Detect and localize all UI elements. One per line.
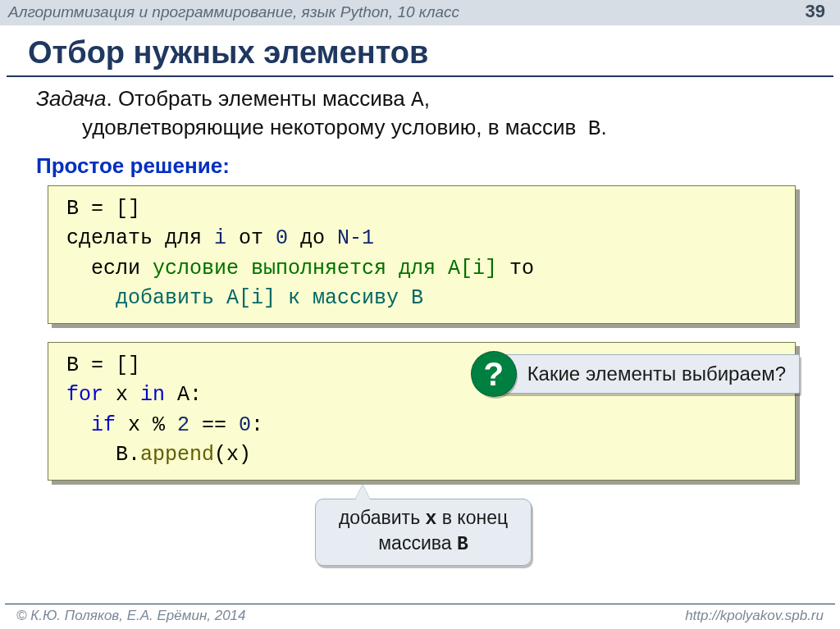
- top-bar: Алгоритмизация и программирование, язык …: [0, 0, 840, 25]
- pseudo-l2b: i: [214, 226, 226, 250]
- footer-copyright: © К.Ю. Поляков, Е.А. Ерёмин, 2014: [16, 608, 246, 624]
- callout-2a: массива: [378, 532, 457, 554]
- code-l1: B = []: [66, 353, 140, 377]
- pseudo-l2c: от: [226, 226, 276, 250]
- callout-wrap: добавить x в конец массива B: [36, 499, 810, 566]
- code-l4c: (x): [214, 443, 251, 467]
- callout-tail-icon: [355, 485, 370, 499]
- pseudo-l3b: условие выполняется для A[i]: [153, 257, 497, 280]
- problem-text-1: . Отобрать элементы массива: [106, 86, 411, 111]
- code-l3d: ==: [189, 413, 239, 437]
- code-l2d: A:: [165, 383, 202, 407]
- problem-statement: Задача. Отобрать элементы массива A, удо…: [36, 85, 810, 142]
- subheading: Простое решение:: [36, 153, 810, 179]
- page-number: 39: [806, 1, 825, 22]
- code-l3c: 2: [177, 413, 189, 437]
- pseudo-l3c: то: [497, 257, 534, 280]
- code-l4b: append: [140, 443, 214, 467]
- footer: © К.Ю. Поляков, Е.А. Ерёмин, 2014 http:/…: [5, 604, 835, 629]
- pseudocode-box: B = [] сделать для i от 0 до N-1 если ус…: [48, 185, 796, 324]
- code-l2b: x: [103, 383, 140, 407]
- pseudo-l1: B = []: [66, 197, 140, 221]
- slide-body: Задача. Отобрать элементы массива A, удо…: [0, 85, 840, 566]
- code-l3a: if: [91, 413, 116, 437]
- callout: добавить x в конец массива B: [315, 499, 532, 566]
- problem-line2b: .: [600, 115, 606, 139]
- code-l2c: in: [140, 383, 165, 407]
- callout-1a: добавить: [339, 507, 426, 528]
- code-l3f: :: [251, 413, 263, 437]
- code-l4a: B.: [116, 443, 140, 467]
- problem-text-2: ,: [424, 86, 430, 111]
- pseudo-l2d: 0: [276, 226, 288, 250]
- problem-line2a: удовлетворяющие некоторому условию, в ма…: [82, 115, 582, 139]
- pseudo-l3a: если: [91, 257, 153, 280]
- callout-1b: x: [426, 508, 437, 530]
- code-l3b: x %: [116, 413, 177, 437]
- array-a: A: [411, 88, 424, 112]
- pseudo-l4: добавить A[i] к массиву B: [66, 284, 780, 313]
- question-text: Какие элементы выбираем?: [527, 360, 786, 389]
- course-label: Алгоритмизация и программирование, язык …: [8, 3, 459, 21]
- problem-lead: Задача: [36, 86, 106, 111]
- slide-title: Отбор нужных элементов: [0, 25, 840, 75]
- array-b: B: [588, 116, 601, 141]
- pseudo-l2f: N-1: [337, 226, 374, 250]
- slide: Алгоритмизация и программирование, язык …: [0, 0, 840, 629]
- python-code-box: B = [] for x in A: if x % 2 == 0: B.appe…: [48, 342, 796, 481]
- pseudo-l2e: до: [288, 226, 337, 250]
- question-bubble: ? Какие элементы выбираем?: [492, 354, 800, 394]
- pseudo-l2a: сделать для: [66, 226, 214, 250]
- code-l3e: 0: [239, 413, 251, 437]
- title-rule: [7, 75, 833, 77]
- callout-2b: B: [457, 534, 468, 555]
- code-l2a: for: [66, 383, 103, 407]
- footer-url: http://kpolyakov.spb.ru: [685, 608, 824, 624]
- question-mark-icon: ?: [472, 352, 516, 396]
- callout-1c: в конец: [436, 507, 508, 528]
